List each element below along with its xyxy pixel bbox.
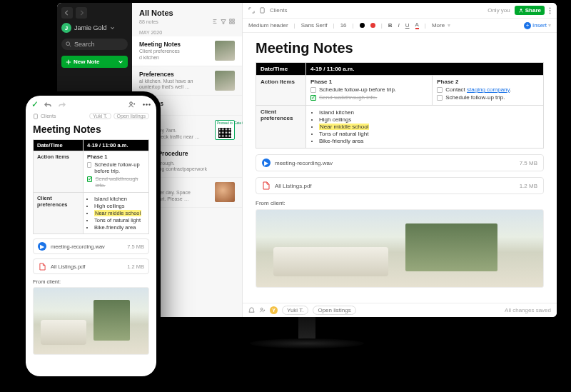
attachment-pdf[interactable]: All Listings.pdf 1.2 MB <box>33 258 149 274</box>
note-title[interactable]: Meeting Notes <box>256 40 544 56</box>
share-button[interactable]: Share <box>515 6 545 15</box>
checkbox[interactable] <box>310 95 316 101</box>
pref-item: High ceilings <box>94 203 145 209</box>
save-status: All changes saved <box>505 307 551 313</box>
svg-rect-5 <box>261 8 264 13</box>
plus-icon: + <box>524 22 531 29</box>
note-item-title: Preferences <box>139 71 211 78</box>
expand-icon[interactable] <box>248 7 255 14</box>
from-client-caption: From client: <box>256 200 544 206</box>
attachment-size: 7.5 MB <box>127 243 144 250</box>
phone-topbar: ✓ <box>26 96 156 113</box>
notebook-name[interactable]: Clients <box>270 7 287 14</box>
phase1-label: Phase 1 <box>310 79 332 85</box>
status-tag[interactable]: Open listings <box>313 306 355 315</box>
cell-prefs[interactable]: Island kitchen High ceilings Near middle… <box>84 193 149 234</box>
notebook-icon[interactable] <box>259 7 266 14</box>
note-body[interactable]: Date/Time 4-19 / 11:00 a.m. Action Items… <box>26 139 156 376</box>
client-photo[interactable] <box>256 209 544 288</box>
notes-group-label: MAY 2020 <box>132 27 242 36</box>
collaborator-avatar[interactable]: Y <box>270 306 278 314</box>
bold-button[interactable]: B <box>388 22 393 29</box>
tag-listings[interactable]: Open listings <box>113 113 149 119</box>
note-body[interactable]: Meeting Notes Date/Time 4-19 / 11:00 a.m… <box>243 33 557 303</box>
attachment-size: 7.5 MB <box>520 160 537 166</box>
nav-forward-button[interactable] <box>76 7 87 19</box>
text-color-button[interactable]: A <box>415 21 419 29</box>
undo-icon[interactable] <box>44 101 52 109</box>
view-options-icon[interactable] <box>229 19 235 24</box>
font-family-select[interactable]: Sans Serif <box>301 22 328 29</box>
cell-prefs[interactable]: Island kitchen High ceilings Near middle… <box>306 106 544 149</box>
cell-phase1[interactable]: Phase 1 Schedule follow-up before trip. … <box>84 151 149 193</box>
sort-icon[interactable] <box>212 19 218 24</box>
note-list-item[interactable]: Preferences al kitchen. Must have an oun… <box>132 66 242 96</box>
attachment-name: All Listings.pdf <box>275 183 312 189</box>
more-options-icon[interactable] <box>549 7 551 14</box>
checkbox[interactable] <box>87 176 92 182</box>
svg-point-14 <box>148 104 150 105</box>
th-datetime-value: 4-19 / 11:00 a.m. <box>84 140 149 151</box>
text-color-picker[interactable] <box>360 23 365 28</box>
more-options-icon[interactable] <box>143 104 151 106</box>
attachment-size: 1.2 MB <box>127 263 144 270</box>
new-note-button[interactable]: New Note <box>61 56 128 68</box>
row-action-items: Action Items <box>256 76 306 106</box>
client-photo[interactable] <box>33 287 149 355</box>
pdf-icon <box>38 262 46 271</box>
done-check-icon[interactable]: ✓ <box>31 99 39 109</box>
underline-button[interactable]: U <box>405 22 410 29</box>
font-size-select[interactable]: 16 <box>340 22 347 29</box>
share-status: Only you <box>487 7 510 14</box>
attachment-audio[interactable]: ▶ meeting-recording.wav 7.5 MB <box>256 154 544 171</box>
highlight-color-picker[interactable] <box>370 23 375 28</box>
search-input[interactable]: Search <box>61 39 128 50</box>
share-icon <box>518 8 524 14</box>
checkbox[interactable] <box>310 87 316 93</box>
more-format-button[interactable]: More <box>432 22 445 29</box>
redo-icon[interactable] <box>58 101 66 109</box>
format-toolbar: Medium header| Sans Serif| 16| | B I U A… <box>243 19 557 33</box>
task-label: Schedule follow-up before trip. <box>319 86 396 93</box>
pref-item: Island kitchen <box>319 109 539 116</box>
user-avatar: J <box>61 23 71 33</box>
account-switcher[interactable]: J Jamie Gold <box>61 23 128 33</box>
svg-point-6 <box>520 9 522 10</box>
insert-button[interactable]: + Insert ▾ <box>524 22 551 29</box>
nav-back-button[interactable] <box>61 7 73 19</box>
collaborator-tag[interactable]: Yuki T. <box>282 306 308 315</box>
prefs-list: Island kitchen High ceilings Near middle… <box>310 109 539 144</box>
svg-point-10 <box>261 308 263 310</box>
reminder-icon[interactable] <box>248 307 255 313</box>
svg-point-12 <box>143 104 144 105</box>
attachment-audio[interactable]: ▶ meeting-recording.wav 7.5 MB <box>33 238 149 254</box>
pdf-icon <box>262 181 271 190</box>
checkbox[interactable] <box>87 162 91 168</box>
cell-phase1[interactable]: Phase 1 Schedule follow-up before trip. … <box>306 76 433 106</box>
note-item-thumbnail <box>215 120 235 140</box>
staging-company-link[interactable]: staging company <box>467 86 510 93</box>
filter-icon[interactable] <box>221 19 226 24</box>
tag-user[interactable]: Yuki T. <box>89 113 111 119</box>
checkbox[interactable] <box>437 95 443 101</box>
note-title[interactable]: Meeting Notes <box>26 121 156 139</box>
from-client-caption: From client: <box>33 278 149 285</box>
attachment-pdf[interactable]: All Listings.pdf 1.2 MB <box>256 177 544 194</box>
checkbox[interactable] <box>437 87 443 93</box>
svg-rect-1 <box>230 19 231 21</box>
add-tag-icon[interactable] <box>259 307 266 313</box>
chevron-down-icon[interactable] <box>118 59 123 65</box>
note-editor: Clients Only you Share Medium header| Sa… <box>243 3 557 317</box>
note-list-item[interactable]: Meeting Notes Client preferences d kitch… <box>132 36 242 66</box>
svg-point-9 <box>550 12 551 14</box>
task-label: Schedule follow-up trip. <box>445 94 505 101</box>
italic-button[interactable]: I <box>398 22 400 29</box>
notebook-icon[interactable] <box>33 114 39 119</box>
notebook-name[interactable]: Clients <box>41 114 56 119</box>
search-icon <box>66 41 71 47</box>
add-person-icon[interactable] <box>128 101 136 109</box>
paragraph-style-select[interactable]: Medium header <box>248 22 288 29</box>
cell-phase2[interactable]: Phase 2 Contact staging company. Schedul… <box>433 76 544 106</box>
svg-rect-2 <box>233 19 234 21</box>
phone-breadcrumb: Clients Yuki T. Open listings <box>26 113 156 121</box>
